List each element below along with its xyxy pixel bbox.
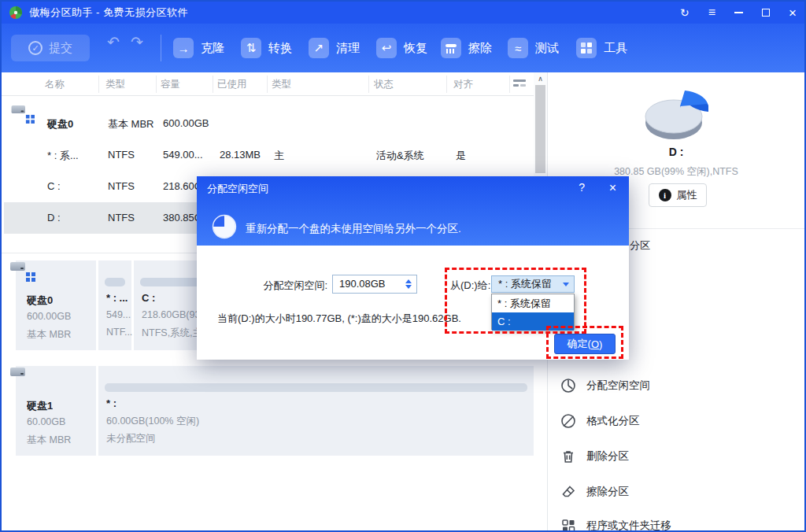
app-logo-icon [9, 6, 23, 20]
dialog-title: 分配空闲空间 [207, 182, 268, 196]
column-header-status: 状态 [374, 78, 394, 91]
delete-partition-icon [560, 449, 576, 464]
sidebar-item-wipe-partition[interactable]: 擦除分区 [548, 479, 804, 504]
disk-panel-1: 硬盘1 60.00GB 基本 MBR * : 60.00GB(100% 空闲) … [16, 366, 534, 456]
target-partition-select[interactable]: * : 系统保留 [491, 275, 575, 293]
disk1-info-block[interactable]: 硬盘1 60.00GB 基本 MBR [16, 366, 96, 456]
tools-button[interactable]: 工具 [576, 38, 627, 58]
allocate-space-input[interactable]: 190.08GB [332, 275, 417, 294]
toolbar: ✓ 提交 ↶ ↷ → 克隆 ⇅ 转换 ↗ 清理 ↩ 恢复 擦除 ≈ 测试 [2, 24, 804, 72]
clone-icon: → [173, 38, 194, 58]
titlebar: 傲梅分区助手 - 免费无损分区软件 ↻ ≡ × [2, 2, 804, 24]
submit-button[interactable]: ✓ 提交 [11, 35, 90, 61]
columns-settings-icon[interactable] [513, 79, 526, 89]
properties-button[interactable]: i 属性 [649, 183, 707, 207]
menu-icon[interactable]: ≡ [708, 6, 715, 19]
sidebar-item-app-migration[interactable]: 程序或文件夹迁移 [548, 513, 804, 532]
wipe-button[interactable]: 擦除 [441, 38, 492, 58]
chevron-down-icon [563, 283, 569, 286]
table-row-system-reserved[interactable]: * : 系... NTFS 549.00... 28.13MB 主 活动&系统 … [4, 139, 534, 171]
ok-button[interactable]: 确定(O) [554, 334, 616, 354]
spinner-up-icon[interactable] [405, 279, 412, 283]
help-icon[interactable]: ? [579, 181, 585, 194]
recover-button[interactable]: ↩ 恢复 [376, 38, 427, 58]
undo-icon[interactable]: ↶ [107, 33, 120, 51]
minimize-icon[interactable] [734, 12, 743, 13]
maximize-icon[interactable] [762, 9, 770, 17]
allocate-free-space-dialog: 分配空闲空间 ? × 重新分配一个盘的未使用空间给另外一个分区. 分配空闲空间:… [197, 176, 629, 360]
usage-bar [105, 278, 125, 286]
wipe-partition-icon [560, 484, 576, 500]
shredder-icon [441, 38, 461, 58]
format-partition-icon [560, 413, 576, 429]
redo-icon[interactable]: ↷ [131, 33, 143, 51]
dialog-description: 重新分配一个盘的未使用空间给另外一个分区. [246, 222, 461, 236]
scrollbar-thumb[interactable] [535, 85, 545, 173]
size-info-text: 当前(D:)的大小时190.77GB, (*:)盘的大小是190.62GB. [217, 312, 461, 326]
convert-button[interactable]: ⇅ 转换 [241, 38, 292, 58]
drive-label: D : [548, 146, 804, 158]
table-row-disk0[interactable]: 硬盘0 基本 MBR 600.00GB [4, 108, 534, 139]
close-icon[interactable]: × [609, 181, 616, 195]
submit-label: 提交 [49, 41, 72, 56]
column-header-used: 已使用 [217, 78, 247, 91]
column-header-aligned: 对齐 [453, 78, 473, 91]
partition-block-sysreserved[interactable]: * : ... 549... NTF... [98, 260, 131, 350]
dropdown-option-system-reserved[interactable]: * : 系统保留 [492, 294, 574, 312]
sidebar-item-partial[interactable]: 分区 [630, 238, 650, 253]
partition-block-unallocated[interactable]: * : 60.00GB(100% 空闲) 未分配空间 [98, 366, 534, 456]
test-button[interactable]: ≈ 测试 [508, 38, 559, 58]
recover-icon: ↩ [376, 38, 397, 58]
table-header: 名称 类型 容量 已使用 类型 状态 对齐 [2, 72, 547, 96]
refresh-icon[interactable]: ↻ [680, 7, 690, 18]
test-icon: ≈ [508, 38, 528, 58]
disk0-info-block[interactable]: 硬盘0 600.00GB 基本 MBR [16, 260, 96, 350]
from-to-label: 从(D:)给: [450, 279, 490, 293]
dialog-header: 分配空闲空间 ? × 重新分配一个盘的未使用空间给另外一个分区. [197, 176, 629, 246]
close-icon[interactable]: × [789, 6, 797, 20]
sidebar-item-delete-partition[interactable]: 删除分区 [548, 444, 804, 469]
clean-button[interactable]: ↗ 清理 [309, 38, 360, 58]
pie-chart [627, 82, 726, 145]
scroll-up-icon[interactable]: ∧ [534, 72, 547, 85]
column-header-name: 名称 [45, 78, 65, 91]
allocate-space-label: 分配空闲空间: [213, 279, 327, 293]
sidebar-item-allocate-free-space[interactable]: 分配空闲空间 [548, 373, 804, 398]
app-window: 傲梅分区助手 - 免费无损分区软件 ↻ ≡ × ✓ 提交 ↶ ↷ → 克隆 ⇅ … [0, 0, 806, 532]
column-header-capacity: 容量 [161, 78, 180, 91]
convert-icon: ⇅ [241, 38, 261, 58]
tools-grid-icon [576, 38, 597, 58]
pie-icon [212, 214, 237, 239]
column-header-ptype: 类型 [272, 78, 291, 91]
sidebar-item-format-partition[interactable]: 格式化分区 [548, 408, 804, 434]
dropdown-option-c[interactable]: C : [492, 312, 574, 331]
column-header-type: 类型 [105, 78, 125, 91]
app-title: 傲梅分区助手 - 免费无损分区软件 [29, 6, 188, 20]
allocate-free-space-icon [560, 378, 576, 393]
toolbar-separator [161, 35, 161, 61]
check-icon: ✓ [28, 41, 43, 55]
spinner[interactable] [403, 277, 414, 291]
clone-button[interactable]: → 克隆 [173, 38, 224, 58]
clean-icon: ↗ [309, 38, 329, 58]
usage-bar [105, 383, 527, 392]
info-icon: i [659, 189, 671, 201]
spinner-down-icon[interactable] [405, 285, 412, 289]
app-migration-icon [560, 518, 576, 532]
target-partition-dropdown: * : 系统保留 C : [491, 294, 575, 330]
